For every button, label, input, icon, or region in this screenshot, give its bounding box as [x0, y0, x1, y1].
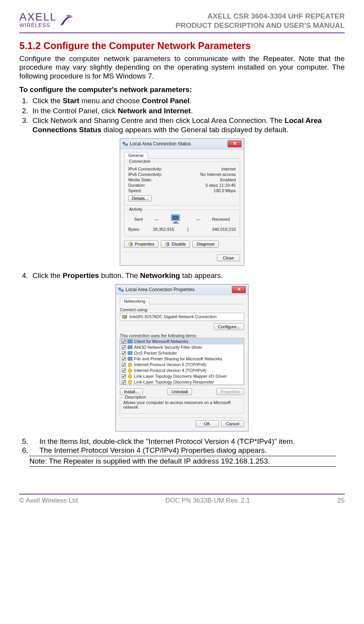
svg-rect-15	[128, 351, 132, 355]
svg-rect-0	[123, 142, 125, 144]
brand-name-bottom: WIRELESS	[19, 22, 57, 28]
footer-docref: DOC PN 3633B-UM Rev. 2.1	[165, 497, 250, 505]
doc-title-line1: AXELL CSR 3604-3304 UHF REPEATER	[175, 12, 345, 21]
svg-rect-8	[122, 315, 127, 318]
media-label: Media State:	[128, 177, 152, 182]
step-1: Click the Start menu and choose Control …	[30, 96, 345, 106]
adapter-field: Intel(R) 82578DC Gigabit Network Connect…	[120, 313, 244, 321]
protocol-icon	[128, 374, 133, 379]
list-item[interactable]: Client for Microsoft Networks	[121, 339, 243, 344]
lan-status-dialog: Local Area Connection Status ✕ General C…	[120, 138, 244, 266]
page-footer: © Axell Wireless Ltd DOC PN 3633B-UM Rev…	[19, 494, 345, 505]
bytes-label: Bytes:	[128, 227, 140, 232]
uses-items-label: This connection uses the following items…	[120, 333, 244, 338]
list-item[interactable]: Link-Layer Topology Discovery Responder	[121, 379, 243, 385]
protocol-icon	[128, 362, 133, 367]
section-heading: 5.1.2 Configure the Computer Network Par…	[19, 40, 345, 51]
checkbox-icon[interactable]	[122, 357, 126, 361]
list-item[interactable]: Link-Layer Topology Discovery Mapper I/O…	[121, 373, 243, 379]
media-value: Enabled	[220, 177, 236, 182]
steps-list-b: In the Items list, double-click the "Int…	[19, 437, 345, 455]
svg-rect-7	[121, 290, 123, 291]
service-icon	[128, 345, 133, 350]
disable-button[interactable]: Disable	[161, 240, 190, 248]
svg-rect-11	[128, 340, 132, 343]
subheading: To configure the computer's network para…	[19, 85, 345, 94]
ok-button[interactable]: OK	[196, 420, 219, 427]
duration-label: Duration:	[128, 183, 146, 188]
diagnose-button[interactable]: Diagnose	[192, 240, 219, 248]
client-icon	[128, 339, 133, 344]
footer-copyright: © Axell Wireless Ltd	[19, 497, 78, 505]
properties-button[interactable]: Properties	[124, 240, 158, 248]
description-text: Allows your computer to access resources…	[123, 400, 231, 409]
tab-general[interactable]: General	[124, 152, 148, 159]
svg-point-25	[128, 380, 132, 384]
svg-rect-9	[123, 316, 124, 317]
shield-icon	[165, 242, 170, 247]
bytes-received: 340,018,210	[189, 227, 236, 232]
close-icon[interactable]: ✕	[232, 286, 246, 293]
configure-button[interactable]: Configure...	[214, 323, 244, 330]
install-button[interactable]: Install...	[120, 388, 143, 395]
note-block: Note: The Repeater is supplied with the …	[29, 456, 336, 467]
footer-page-number: 25	[337, 497, 345, 505]
items-listbox[interactable]: Client for Microsoft Networks ANOD Netwo…	[120, 338, 244, 385]
received-label: Received	[212, 217, 230, 222]
step-6: The Internet Protocol Version 4 (TCP/IPv…	[30, 446, 345, 455]
list-item[interactable]: QoS Packet Scheduler	[121, 350, 243, 356]
bytes-sent: 28,352,916	[140, 227, 187, 232]
doc-title-line2: PRODUCT DESCRIPTION AND USER'S MANUAL	[175, 21, 345, 30]
list-item[interactable]: ANOD Network Security Filter driver	[121, 344, 243, 350]
uninstall-button[interactable]: Uninstall	[167, 388, 192, 395]
item-properties-button[interactable]: Properties	[216, 388, 244, 395]
list-item[interactable]: File and Printer Sharing for Microsoft N…	[121, 356, 243, 362]
checkbox-icon[interactable]	[122, 351, 126, 355]
checkbox-icon[interactable]	[122, 363, 126, 367]
activity-group: Activity Sent — — Received Bytes: 28,352…	[124, 210, 240, 237]
ipv4-label: IPv4 Connectivity:	[128, 167, 162, 171]
checkbox-icon[interactable]	[122, 374, 126, 378]
dialog2-titlebar: Local Area Connection Properties ✕	[116, 285, 248, 295]
lan-properties-dialog: Local Area Connection Properties ✕ Netwo…	[116, 284, 248, 431]
network-icon	[118, 287, 124, 292]
ipv6-label: IPv6 Connectivity:	[128, 172, 162, 177]
checkbox-icon[interactable]	[122, 345, 126, 350]
checkbox-icon[interactable]	[122, 368, 126, 373]
step-4: Click the Properties button. The Network…	[30, 271, 345, 280]
sent-label: Sent	[134, 217, 143, 222]
service-icon	[128, 351, 133, 356]
steps-list-a-cont: Click the Properties button. The Network…	[19, 271, 345, 280]
checkbox-icon[interactable]	[122, 380, 126, 384]
speed-value: 100.0 Mbps	[214, 188, 236, 193]
connect-using-label: Connect using:	[120, 307, 244, 312]
service-icon	[128, 356, 133, 361]
close-icon[interactable]: ✕	[228, 140, 242, 147]
dialog2-title: Local Area Connection Properties	[126, 287, 195, 292]
svg-rect-5	[173, 223, 179, 223]
cancel-button[interactable]: Cancel	[221, 420, 244, 427]
brand-logo: AXELL WIRELESS	[19, 12, 75, 29]
network-icon	[122, 141, 128, 147]
protocol-icon	[128, 368, 133, 373]
dialog1-titlebar: Local Area Connection Status ✕	[120, 139, 244, 149]
description-group: Description Allows your computer to acce…	[120, 397, 244, 414]
svg-point-23	[128, 374, 132, 378]
protocol-icon	[128, 380, 133, 385]
ipv4-value: Internet	[221, 167, 236, 171]
list-item[interactable]: Internet Protocol Version 6 (TCP/IPv6)	[121, 362, 243, 368]
step-2: In the Control Panel, click Network and …	[30, 106, 345, 116]
svg-rect-4	[174, 222, 177, 223]
step-3: Click Network and Sharing Centre and the…	[30, 116, 345, 135]
checkbox-icon[interactable]	[122, 339, 126, 344]
svg-rect-13	[128, 346, 132, 349]
connection-group: Connection IPv4 Connectivity:Internet IP…	[124, 162, 240, 206]
shield-icon	[128, 242, 133, 247]
steps-list-a: Click the Start menu and choose Control …	[19, 96, 345, 135]
list-item[interactable]: Internet Protocol Version 4 (TCP/IPv4)	[121, 368, 243, 373]
details-button[interactable]: Details...	[128, 195, 152, 201]
close-button[interactable]: Close	[217, 254, 240, 261]
tab-networking[interactable]: Networking	[120, 298, 150, 304]
svg-rect-6	[119, 288, 121, 289]
brand-swoosh-icon	[58, 12, 75, 29]
